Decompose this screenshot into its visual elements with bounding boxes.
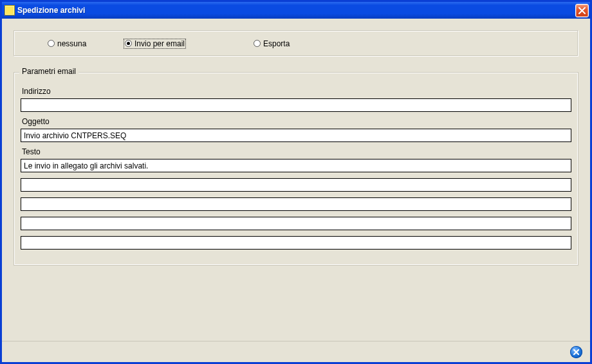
dialog-window: Spedizione archivi nessuna Invio per ema… xyxy=(0,0,592,364)
radio-export[interactable]: Esporta xyxy=(252,39,291,49)
body-label: Testo xyxy=(22,147,571,156)
window-title: Spedizione archivi xyxy=(17,6,575,15)
address-input[interactable] xyxy=(21,98,571,112)
radio-email[interactable]: Invio per email xyxy=(124,39,186,49)
close-circle-icon xyxy=(573,349,580,356)
radio-none-label: nessuna xyxy=(57,39,86,48)
titlebar: Spedizione archivi xyxy=(2,2,590,19)
client-area: nessuna Invio per email Esporta Parametr… xyxy=(2,19,590,341)
body-lines xyxy=(21,159,571,250)
address-label: Indirizzo xyxy=(22,87,571,96)
close-icon xyxy=(578,7,586,14)
body-line-3[interactable] xyxy=(21,197,571,211)
body-line-2[interactable] xyxy=(21,178,571,192)
email-params-fieldset: Parametri email Indirizzo Oggetto Testo xyxy=(14,72,578,266)
subject-input[interactable] xyxy=(21,129,571,142)
status-close-button[interactable] xyxy=(570,346,582,358)
body-line-1[interactable] xyxy=(21,159,571,172)
body-line-4[interactable] xyxy=(21,217,571,230)
fieldset-legend: Parametri email xyxy=(19,67,79,76)
subject-label: Oggetto xyxy=(22,117,571,126)
radio-email-label: Invio per email xyxy=(134,39,185,48)
send-mode-group: nessuna Invio per email Esporta xyxy=(14,30,578,57)
radio-none[interactable]: nessuna xyxy=(46,39,88,49)
body-line-5[interactable] xyxy=(21,236,571,250)
app-icon xyxy=(5,5,15,15)
radio-export-label: Esporta xyxy=(263,39,290,48)
status-bar xyxy=(2,341,590,362)
window-close-button[interactable] xyxy=(575,4,589,17)
